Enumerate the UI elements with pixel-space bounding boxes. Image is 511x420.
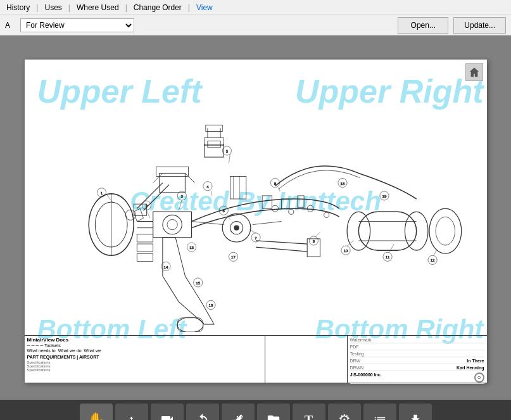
sep1: | bbox=[35, 3, 39, 12]
layers-tool-button[interactable] bbox=[363, 404, 396, 420]
sep2: | bbox=[67, 3, 72, 12]
main-area: Upper Left Upper Right Created By Inntte… bbox=[0, 35, 511, 400]
sep3: | bbox=[124, 3, 129, 12]
svg-text:18: 18 bbox=[340, 181, 344, 185]
sep4: | bbox=[187, 3, 191, 12]
open-button[interactable]: Open... bbox=[398, 17, 448, 34]
svg-text:5: 5 bbox=[225, 148, 228, 153]
part-sub-rows: Specifications Specifications Specificat… bbox=[27, 360, 262, 372]
svg-point-21 bbox=[436, 217, 455, 245]
svg-rect-3 bbox=[153, 212, 191, 238]
svg-line-79 bbox=[315, 232, 320, 237]
desc-label: Testing bbox=[350, 352, 375, 356]
menu-where-used[interactable]: Where Used bbox=[73, 2, 123, 13]
svg-point-29 bbox=[272, 205, 278, 212]
svg-text:9: 9 bbox=[312, 239, 315, 243]
drw-label: DRW bbox=[350, 359, 375, 363]
svg-line-89 bbox=[256, 247, 307, 251]
toolbar: A For Review Released In Work Obsolete O… bbox=[0, 15, 511, 35]
scale-label: ─ ─ ─ ─ Toolsets bbox=[27, 343, 61, 348]
revision-circle: ○ bbox=[474, 372, 484, 383]
part-row: PART REQUIREMENTS | AIRSORT bbox=[27, 355, 262, 359]
svg-point-30 bbox=[288, 209, 293, 214]
svg-text:14: 14 bbox=[163, 264, 168, 269]
toolbar-a-label: A bbox=[5, 21, 15, 30]
menu-uses[interactable]: Uses bbox=[41, 2, 65, 13]
tb-drw-row: DRW In There bbox=[350, 358, 484, 364]
svg-text:17: 17 bbox=[231, 255, 236, 259]
svg-text:1: 1 bbox=[100, 190, 103, 194]
watermark-label: Watermark bbox=[350, 338, 375, 342]
svg-rect-26 bbox=[262, 195, 272, 208]
svg-line-75 bbox=[229, 153, 230, 163]
update-button[interactable]: Update... bbox=[453, 17, 506, 34]
svg-point-4 bbox=[162, 215, 181, 234]
menu-bar: History | Uses | Where Used | Change Ord… bbox=[0, 0, 511, 15]
svg-line-96 bbox=[143, 184, 169, 210]
tb-watermark-row: Watermark bbox=[350, 337, 484, 343]
bottom-toolbar: ✋ ↕ T ⚙ bbox=[0, 400, 511, 420]
svg-line-95 bbox=[137, 182, 163, 208]
svg-rect-91 bbox=[230, 176, 246, 199]
svg-line-72 bbox=[146, 210, 149, 218]
title-block: MiniairView Docs ─ ─ ─ ─ Toolsets What n… bbox=[25, 335, 487, 383]
document-container: Upper Left Upper Right Created By Inntte… bbox=[25, 60, 487, 383]
svg-rect-28 bbox=[297, 195, 303, 207]
tb-format-row: PDF bbox=[350, 344, 484, 350]
svg-text:7: 7 bbox=[255, 235, 257, 239]
svg-line-82 bbox=[434, 249, 437, 255]
rotate-tool-button[interactable] bbox=[186, 404, 219, 420]
svg-line-73 bbox=[179, 200, 182, 210]
svg-text:19: 19 bbox=[382, 193, 386, 198]
svg-text:3: 3 bbox=[180, 193, 183, 198]
svg-text:15: 15 bbox=[196, 280, 200, 284]
drawing-area: 1 2 3 4 5 6 7 8 9 10 11 12 13 14 15 16 1 bbox=[37, 66, 474, 332]
svg-rect-27 bbox=[281, 199, 289, 208]
tb-right: Watermark PDF Testing DRW In There DRWN … bbox=[348, 336, 487, 383]
tb-company: MiniairView Docs ─ ─ ─ ─ Toolsets What n… bbox=[25, 336, 265, 383]
menu-view[interactable]: View bbox=[192, 2, 217, 13]
svg-text:10: 10 bbox=[343, 248, 348, 253]
text-tool-button[interactable]: T bbox=[293, 404, 325, 420]
move-tool-button[interactable]: ↕ bbox=[115, 404, 148, 420]
svg-line-74 bbox=[210, 190, 211, 195]
tb-drn-row: DRWN Karl Henning bbox=[350, 365, 484, 371]
drn-val: Karl Henning bbox=[457, 366, 484, 370]
svg-point-5 bbox=[167, 219, 177, 229]
svg-point-94 bbox=[125, 210, 136, 220]
format-label: PDF bbox=[350, 345, 375, 349]
what-cols: What needs toWhat we doWhat we bbox=[27, 348, 262, 353]
drawing-number: JIS-000000 Inc. bbox=[350, 372, 382, 383]
svg-line-8 bbox=[185, 173, 194, 182]
svg-text:11: 11 bbox=[385, 255, 389, 259]
company-name: MiniairView Docs bbox=[27, 337, 262, 343]
svg-line-71 bbox=[106, 193, 112, 201]
svg-point-83 bbox=[177, 317, 203, 331]
svg-rect-87 bbox=[137, 253, 153, 261]
pan-tool-button[interactable]: ✋ bbox=[80, 404, 113, 420]
svg-point-14 bbox=[234, 225, 239, 230]
menu-history[interactable]: History bbox=[3, 2, 34, 13]
svg-text:4: 4 bbox=[206, 184, 209, 188]
export-tool-button[interactable] bbox=[399, 404, 432, 420]
svg-rect-101 bbox=[205, 125, 222, 131]
measure-tool-button[interactable] bbox=[222, 404, 255, 420]
drw-val: In There bbox=[467, 359, 484, 363]
folder-tool-button[interactable] bbox=[257, 404, 290, 420]
svg-point-32 bbox=[324, 212, 329, 217]
tb-number-row: JIS-000000 Inc. ○ bbox=[350, 372, 484, 384]
svg-text:16: 16 bbox=[208, 303, 213, 307]
scale-row: ─ ─ ─ ─ Toolsets bbox=[27, 343, 262, 348]
drn-label: DRWN bbox=[350, 366, 375, 370]
menu-change-order[interactable]: Change Order bbox=[130, 2, 186, 13]
camera-tool-button[interactable] bbox=[151, 404, 184, 420]
status-select[interactable]: For Review Released In Work Obsolete bbox=[20, 18, 134, 32]
svg-line-7 bbox=[153, 173, 162, 182]
svg-rect-85 bbox=[137, 234, 153, 241]
svg-line-25 bbox=[252, 221, 281, 224]
settings-tool-button[interactable]: ⚙ bbox=[328, 404, 361, 420]
tb-desc-row: Testing bbox=[350, 351, 484, 357]
svg-line-88 bbox=[256, 240, 307, 243]
tb-middle bbox=[265, 336, 348, 383]
svg-point-20 bbox=[429, 208, 461, 253]
